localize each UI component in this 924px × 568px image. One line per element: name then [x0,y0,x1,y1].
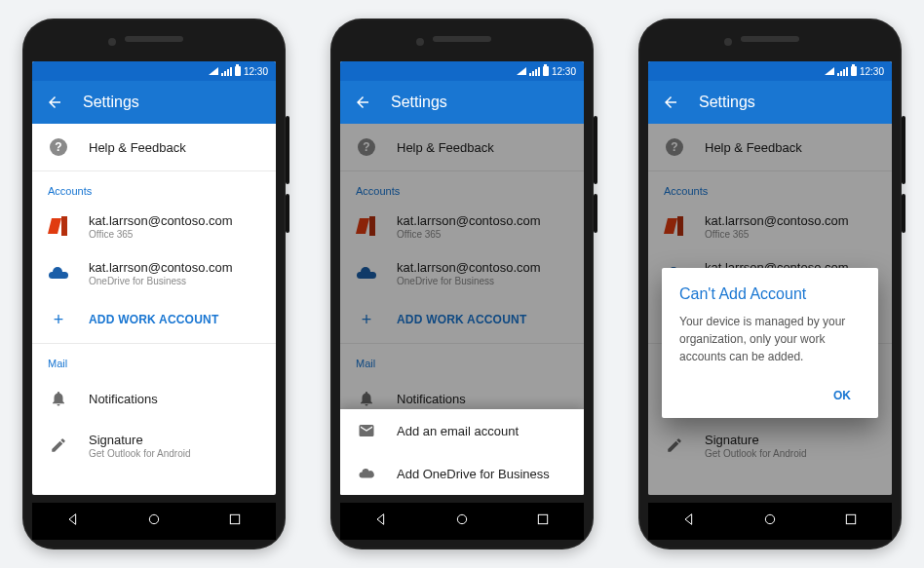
dialog-ok-button[interactable]: OK [824,381,861,410]
section-accounts: Accounts [32,171,276,203]
notifications-label: Notifications [89,392,260,406]
help-icon: ? [50,138,67,156]
svg-point-0 [149,514,158,523]
section-mail: Mail [32,344,276,375]
app-bar: Settings [340,81,584,124]
notifications-row[interactable]: Notifications [32,375,276,422]
page-title: Settings [83,94,139,111]
office-icon [50,216,67,236]
pen-icon [48,436,69,454]
nav-recents-icon[interactable] [227,511,243,531]
page-title: Settings [699,94,755,111]
svg-rect-5 [847,514,856,523]
battery-icon [543,66,549,76]
mail-icon [356,422,377,439]
clock: 12:30 [244,66,268,77]
nav-home-icon[interactable] [146,511,162,531]
signature-label: Signature [89,433,260,447]
page-title: Settings [391,94,447,111]
onedrive-icon [49,267,68,279]
status-bar: 12:30 [340,61,584,81]
svg-rect-1 [231,514,240,523]
error-dialog: Can't Add Account Your device is managed… [662,268,878,418]
svg-point-2 [457,514,466,523]
add-work-account-button[interactable]: + ADD WORK ACCOUNT [32,296,276,343]
signal-icon [529,67,540,76]
svg-point-4 [765,514,774,523]
signature-sub: Get Outlook for Android [89,448,260,459]
screen-2: 12:30 Settings ? Help & Feedback Account… [340,61,584,495]
help-label: Help & Feedback [89,140,260,155]
app-bar: Settings [32,81,276,124]
bell-icon [48,390,69,407]
back-icon[interactable] [46,94,63,111]
phone-frame-2: 12:30 Settings ? Help & Feedback Account… [330,19,594,549]
account-row-onedrive[interactable]: kat.larrson@contoso.comOneDrive for Busi… [32,249,276,296]
android-navbar [648,503,892,540]
add-work-label: ADD WORK ACCOUNT [89,313,260,326]
account-row-office[interactable]: kat.larrson@contoso.comOffice 365 [32,203,276,249]
dialog-body: Your device is managed by your organizat… [679,313,861,365]
phone-frame-3: 12:30 Settings ? Help & Feedback Account… [638,19,902,549]
battery-icon [851,66,857,76]
svg-rect-3 [539,514,548,523]
nav-home-icon[interactable] [762,511,778,531]
battery-icon [235,66,241,76]
cloud-icon [356,465,377,482]
clock: 12:30 [860,66,884,77]
wifi-icon [209,67,218,75]
android-navbar [32,503,276,540]
dialog-title: Can't Add Account [679,285,861,303]
sheet-add-onedrive[interactable]: Add OneDrive for Business [340,452,584,495]
account-email: kat.larrson@contoso.com [89,213,260,228]
status-bar: 12:30 [32,61,276,81]
back-icon[interactable] [354,94,371,111]
signal-icon [837,67,848,76]
status-bar: 12:30 [648,61,892,81]
sheet-add-email-label: Add an email account [397,424,568,438]
back-icon[interactable] [662,94,679,111]
bottom-sheet: Add an email account Add OneDrive for Bu… [340,409,584,495]
nav-back-icon[interactable] [373,511,389,531]
phone-frame-1: 12:30 Settings ? Help & Feedback Account… [22,19,286,549]
screen-1: 12:30 Settings ? Help & Feedback Account… [32,61,276,495]
clock: 12:30 [552,66,576,77]
sheet-add-odb-label: Add OneDrive for Business [397,467,568,481]
account-email: kat.larrson@contoso.com [89,260,260,275]
screen-3: 12:30 Settings ? Help & Feedback Account… [648,61,892,495]
nav-back-icon[interactable] [65,511,81,531]
account-sub: OneDrive for Business [89,276,260,286]
nav-home-icon[interactable] [454,511,470,531]
help-feedback-row[interactable]: ? Help & Feedback [32,124,276,170]
signal-icon [221,67,232,76]
nav-recents-icon[interactable] [843,511,859,531]
nav-recents-icon[interactable] [535,511,551,531]
account-sub: Office 365 [89,229,260,240]
signature-row[interactable]: SignatureGet Outlook for Android [32,422,276,469]
sheet-add-email[interactable]: Add an email account [340,409,584,452]
wifi-icon [517,67,526,75]
wifi-icon [825,67,834,75]
android-navbar [340,503,584,540]
nav-back-icon[interactable] [681,511,697,531]
app-bar: Settings [648,81,892,124]
plus-icon: + [54,310,64,330]
